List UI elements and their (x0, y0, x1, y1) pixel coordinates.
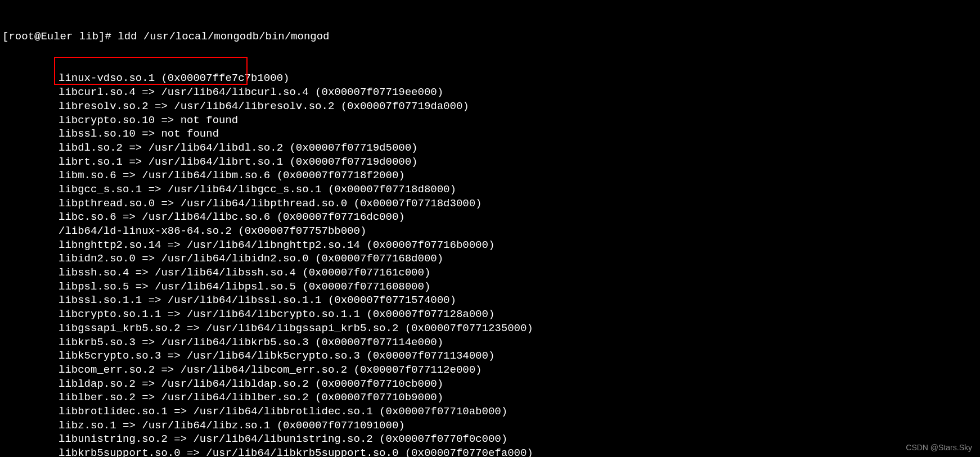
ldd-line: librt.so.1 => /usr/lib64/librt.so.1 (0x0… (2, 155, 978, 169)
ldd-line: libkrb5support.so.0 => /usr/lib64/libkrb… (2, 446, 978, 457)
ldd-line: libnghttp2.so.14 => /usr/lib64/libnghttp… (2, 238, 978, 252)
ldd-line: libkrb5.so.3 => /usr/lib64/libkrb5.so.3 … (2, 336, 978, 350)
ldd-line: libz.so.1 => /usr/lib64/libz.so.1 (0x000… (2, 419, 978, 433)
ldd-line: linux-vdso.so.1 (0x00007ffe7c7b1000) (2, 71, 978, 85)
ldd-line: libunistring.so.2 => /usr/lib64/libunist… (2, 432, 978, 446)
watermark-text: CSDN @Stars.Sky (906, 442, 972, 453)
ldd-line: libidn2.so.0 => /usr/lib64/libidn2.so.0 … (2, 252, 978, 266)
ldd-line: libm.so.6 => /usr/lib64/libm.so.6 (0x000… (2, 169, 978, 183)
ldd-line: libcom_err.so.2 => /usr/lib64/libcom_err… (2, 363, 978, 377)
ldd-line: libresolv.so.2 => /usr/lib64/libresolv.s… (2, 99, 978, 114)
ldd-line: libcrypto.so.10 => not found (2, 114, 978, 128)
ldd-line: libssl.so.10 => not found (2, 127, 978, 141)
terminal-output: [root@Euler lib]# ldd /usr/local/mongodb… (2, 2, 978, 457)
ldd-line: libcurl.so.4 => /usr/lib64/libcurl.so.4 … (2, 85, 978, 99)
ldd-line: libpthread.so.0 => /usr/lib64/libpthread… (2, 197, 978, 211)
ldd-line: libgssapi_krb5.so.2 => /usr/lib64/libgss… (2, 322, 978, 336)
ldd-line: libgcc_s.so.1 => /usr/lib64/libgcc_s.so.… (2, 183, 978, 197)
ldd-line: libk5crypto.so.3 => /usr/lib64/libk5cryp… (2, 349, 978, 363)
ldd-line: /lib64/ld-linux-x86-64.so.2 (0x00007f077… (2, 224, 978, 238)
ldd-line: liblber.so.2 => /usr/lib64/liblber.so.2 … (2, 391, 978, 405)
ldd-line: libbrotlidec.so.1 => /usr/lib64/libbrotl… (2, 405, 978, 419)
ldd-line: libssl.so.1.1 => /usr/lib64/libssl.so.1.… (2, 293, 978, 307)
command-prompt: [root@Euler lib]# ldd /usr/local/mongodb… (2, 30, 978, 44)
ldd-line: libldap.so.2 => /usr/lib64/libldap.so.2 … (2, 377, 978, 391)
ldd-line: libc.so.6 => /usr/lib64/libc.so.6 (0x000… (2, 210, 978, 224)
ldd-line: libpsl.so.5 => /usr/lib64/libpsl.so.5 (0… (2, 280, 978, 294)
ldd-output-container: linux-vdso.so.1 (0x00007ffe7c7b1000)libc… (2, 71, 978, 457)
ldd-line: libssh.so.4 => /usr/lib64/libssh.so.4 (0… (2, 266, 978, 280)
ldd-line: libdl.so.2 => /usr/lib64/libdl.so.2 (0x0… (2, 141, 978, 155)
ldd-line: libcrypto.so.1.1 => /usr/lib64/libcrypto… (2, 307, 978, 322)
